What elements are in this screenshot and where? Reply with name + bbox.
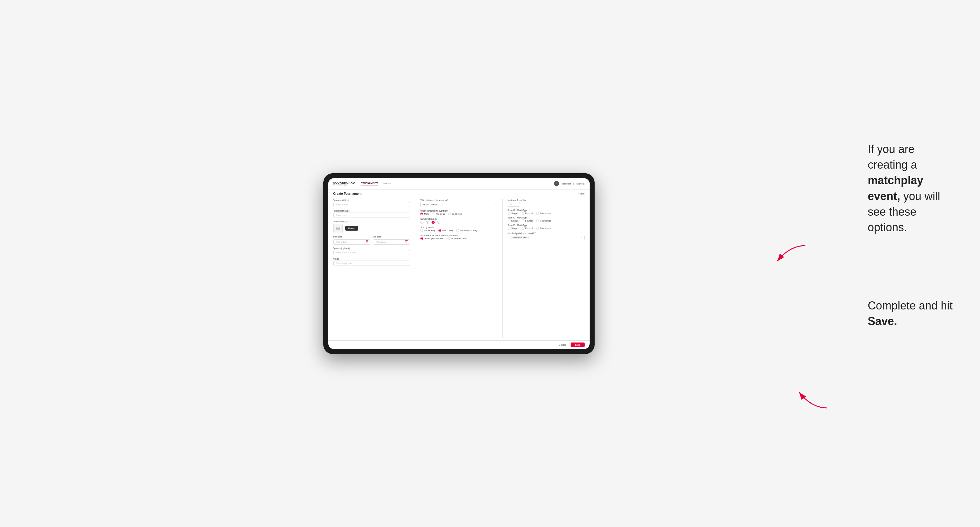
brand: SCOREBOARD Powered by clippit [333, 181, 355, 186]
signout-link[interactable]: Sign out [576, 183, 585, 185]
round3-foursomes[interactable]: Foursomes [536, 227, 551, 230]
tournament-logo-label: Tournament logo [333, 220, 410, 222]
venue-group: Venue Search golf club › [333, 258, 410, 266]
teams-plus-radio[interactable] [420, 237, 423, 240]
end-date-label: End date [373, 236, 410, 238]
api-tag-close-icon[interactable]: × [528, 237, 529, 239]
matchplay-arrow [771, 243, 808, 267]
round2-fourball-radio[interactable] [522, 219, 525, 222]
form-area: Tournament Host Tournament name Tourname… [328, 197, 590, 340]
nav-link-tournaments[interactable]: TOURNAMENTS [361, 182, 378, 186]
round3-label: Round 3 - Match Type [508, 224, 585, 226]
round2-singles[interactable]: Singles [508, 219, 519, 222]
max-team-size-label: Maximum Team Size [508, 199, 585, 201]
round3-fourball[interactable]: Fourball [522, 227, 533, 230]
round-3[interactable]: 3 [431, 221, 435, 224]
round-1[interactable]: 1 [420, 221, 423, 224]
scoring-stroke[interactable]: Stroke Play [420, 229, 435, 232]
scoring-medal[interactable]: Medal Match Play [456, 229, 477, 232]
round1-fourball-radio[interactable] [522, 212, 525, 215]
user-name: Test User [562, 183, 571, 185]
scoring-stroke-radio[interactable] [420, 229, 423, 232]
teams-individuals[interactable]: Individuals Only [447, 237, 466, 240]
gender-mens-radio[interactable] [420, 213, 423, 215]
venue-chevron-icon: › [407, 262, 407, 264]
round2-foursomes[interactable]: Foursomes [536, 219, 551, 222]
sponsor-input[interactable] [333, 250, 410, 255]
round2-match-type: Round 2 - Match Type Singles [508, 217, 585, 222]
gender-womens[interactable]: Womens [433, 213, 445, 215]
round1-label: Round 1 - Match Type [508, 209, 585, 211]
annotations: If you are creating a matchplay event, y… [868, 141, 955, 329]
right-column: Maximum Team Size 5 Round 1 - Match Type [508, 199, 585, 338]
gender-mens[interactable]: Mens [420, 213, 430, 215]
round3-singles-radio[interactable] [508, 227, 511, 230]
tournament-name-input[interactable] [333, 213, 410, 218]
gender-combined-radio[interactable] [448, 213, 451, 215]
upload-button[interactable]: Upload [345, 226, 358, 231]
teams-individuals-label: Individuals Only [451, 238, 466, 240]
round3-options: Singles Fourball Foursomes [508, 227, 585, 230]
scoring-stroke-label: Stroke Play [424, 229, 435, 232]
scoring-match-label: Match Play [442, 229, 453, 232]
venue-placeholder: Search golf club [336, 262, 352, 264]
round2-foursomes-radio[interactable] [536, 219, 539, 222]
scoring-radio-group: Stroke Play Match Play [420, 229, 497, 232]
division-value: NCAA Division I [423, 203, 438, 206]
back-label: Back [580, 193, 585, 195]
teams-plus[interactable]: Teams (+Individuals) [420, 237, 444, 240]
teams-individuals-radio[interactable] [447, 237, 450, 240]
sponsor-label: Sponsor (optional) [333, 247, 410, 249]
gender-combined[interactable]: Combined [448, 213, 462, 215]
back-button[interactable]: ‹ Back [578, 193, 585, 195]
round3-singles[interactable]: Singles [508, 227, 519, 230]
round2-fourball[interactable]: Fourball [522, 219, 533, 222]
division-label: Which division is the event for? [420, 199, 497, 201]
round-2[interactable]: 2 [426, 221, 429, 224]
gender-womens-radio[interactable] [433, 213, 435, 215]
start-date-wrapper: 📅 [333, 238, 371, 244]
column-divider-2 [502, 199, 503, 338]
rounds-label: Number of rounds [420, 218, 497, 220]
max-team-size-input[interactable]: 5 [508, 202, 520, 206]
start-date-label: Start date [333, 236, 371, 238]
logo-placeholder [333, 224, 343, 233]
tournament-logo-group: Tournament logo [333, 220, 410, 233]
division-select[interactable]: NCAA Division I › [420, 202, 497, 207]
round1-foursomes[interactable]: Foursomes [536, 212, 551, 215]
middle-column: Which division is the event for? NCAA Di… [420, 199, 497, 338]
round-4[interactable]: 4 [437, 221, 440, 224]
calendar-icon-start: 📅 [366, 240, 369, 243]
main-content: Create Tournament ‹ Back Tournament Host [328, 189, 590, 349]
round3-fourball-radio[interactable] [522, 227, 525, 230]
round1-singles-radio[interactable] [508, 212, 511, 215]
sponsor-group: Sponsor (optional) [333, 247, 410, 255]
svg-rect-0 [336, 227, 340, 230]
round1-foursomes-radio[interactable] [536, 212, 539, 215]
gender-combined-label: Combined [452, 213, 462, 215]
scoring-group: Scoring system Stroke Play [420, 226, 497, 232]
save-button[interactable]: Save [571, 343, 584, 347]
venue-select[interactable]: Search golf club › [333, 260, 410, 266]
nav-link-teams[interactable]: TEAMS [383, 182, 391, 185]
round1-fourball[interactable]: Fourball [522, 212, 533, 215]
start-date-input[interactable] [333, 239, 371, 244]
scoring-match[interactable]: Match Play [438, 229, 453, 232]
tournament-host-input[interactable] [333, 202, 410, 207]
end-date-input[interactable] [373, 239, 410, 244]
scoring-medal-radio[interactable] [456, 229, 459, 232]
api-select[interactable]: Leaderboard King × › [508, 235, 585, 240]
round2-singles-radio[interactable] [508, 219, 511, 222]
scoring-match-radio[interactable] [438, 229, 441, 232]
round3-foursomes-radio[interactable] [536, 227, 539, 230]
cancel-button[interactable]: Cancel [556, 343, 568, 347]
round2-label: Round 2 - Match Type [508, 217, 585, 219]
gender-group: Which gender is the event for? Mens [420, 210, 497, 215]
api-chevron-icon: › [581, 236, 582, 239]
matchplay-annotation: If you are creating a matchplay event, y… [868, 141, 955, 235]
round3-singles-label: Singles [511, 227, 519, 229]
logo-upload-area: Upload [333, 224, 410, 233]
left-column: Tournament Host Tournament name Tourname… [333, 199, 410, 338]
round1-singles[interactable]: Singles [508, 212, 519, 215]
rounds-radio-group: 1 2 3 4 [420, 221, 497, 224]
